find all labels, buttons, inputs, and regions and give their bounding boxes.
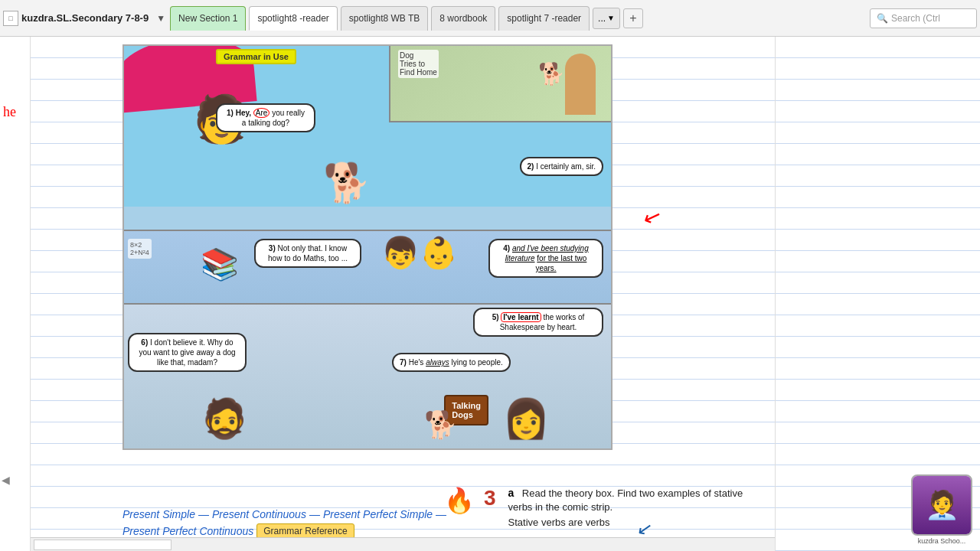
exercise-3-number: 3 [484, 486, 496, 510]
bubble-1: 1) Hey, Are you really a talking dog? [216, 103, 315, 132]
dash-2: — [309, 508, 320, 520]
right-margin: 🧑‍💼 kuzdra Schoo... [775, 37, 980, 551]
search-box[interactable]: 🔍 Search (Ctrl [870, 8, 977, 28]
exercise-icon: 🔥 [444, 486, 475, 515]
bottom-bar [31, 537, 775, 551]
comic-area: Grammar in Use 🐕 DogTries toFind Home 🧑 … [122, 44, 612, 450]
search-placeholder: Search (Ctrl [891, 13, 940, 24]
bubble-7: 7) He's always lying to people. [392, 353, 511, 372]
exercise-3-row: 🔥 3 a Read the theory box. Find two exam… [444, 486, 767, 528]
bubble-3: 3) Not only that. I know how to do Maths… [254, 239, 361, 268]
avatar-container: 🧑‍💼 [911, 474, 972, 536]
grammar-in-use-label: Grammar in Use [216, 49, 296, 64]
exercise-3-instruction: Read the theory box. Find two examples o… [508, 487, 743, 513]
tab-spotlight8-reader[interactable]: spotlight8 -reader [249, 6, 337, 31]
doc-dropdown-button[interactable]: ▼ [155, 11, 167, 25]
red-arrow-annotation: ↗ [639, 203, 665, 233]
doc-title: kuzdra.SL.Secondary 7-8-9 [21, 12, 149, 24]
top-right-panel: 🐕 DogTries toFind Home [389, 46, 611, 122]
present-continuous-link[interactable]: Present Continuous [212, 508, 306, 520]
dog-character: 🐕 [323, 161, 371, 205]
tab-more-button[interactable]: ... ▼ [593, 8, 620, 29]
present-perfect-continuous-link[interactable]: Present Perfect Continuous [122, 525, 253, 537]
he-annotation: he [3, 104, 16, 120]
page-content: Grammar in Use 🐕 DogTries toFind Home 🧑 … [31, 37, 775, 551]
scroll-left-button[interactable]: ◀ [2, 474, 10, 486]
tab-new-section[interactable]: New Section 1 [170, 6, 246, 31]
bubble-5: 5) I've learnt the works of Shakespeare … [473, 308, 603, 337]
bubble-2: 2) I certainly am, sir. [520, 157, 603, 176]
bottom-input[interactable] [34, 540, 172, 550]
avatar-label: kuzdra Schoo... [911, 537, 972, 545]
top-bar: □ kuzdra.SL.Secondary 7-8-9 ▼ New Sectio… [0, 0, 980, 37]
main-area: he ◀ Grammar in Use 🐕 DogTries toFind Ho… [0, 37, 980, 551]
tab-spotlight8-wbtb[interactable]: spotlight8 WB TB [341, 6, 428, 31]
present-simple-link[interactable]: Present Simple [122, 508, 195, 520]
present-perfect-simple-link[interactable]: Present Perfect Simple [323, 508, 433, 520]
tab-8-wordbook[interactable]: 8 wordbook [431, 6, 495, 31]
tab-add-button[interactable]: + [623, 8, 643, 28]
bubble-4: 4) and I've been studying literature for… [488, 239, 603, 278]
dash-1: — [198, 508, 209, 520]
tab-spotlight7-reader[interactable]: spotlight 7 -reader [498, 6, 590, 31]
exercise-3-letter: a [508, 487, 514, 499]
window-icon: □ [3, 11, 18, 26]
bubble-6: 6) I don't believe it. Why do you want t… [128, 333, 247, 372]
left-margin: he ◀ [0, 37, 31, 551]
exercise-3-area: 🔥 3 a Read the theory box. Find two exam… [444, 486, 767, 528]
grammar-reference-button[interactable]: Grammar Reference [256, 523, 354, 539]
